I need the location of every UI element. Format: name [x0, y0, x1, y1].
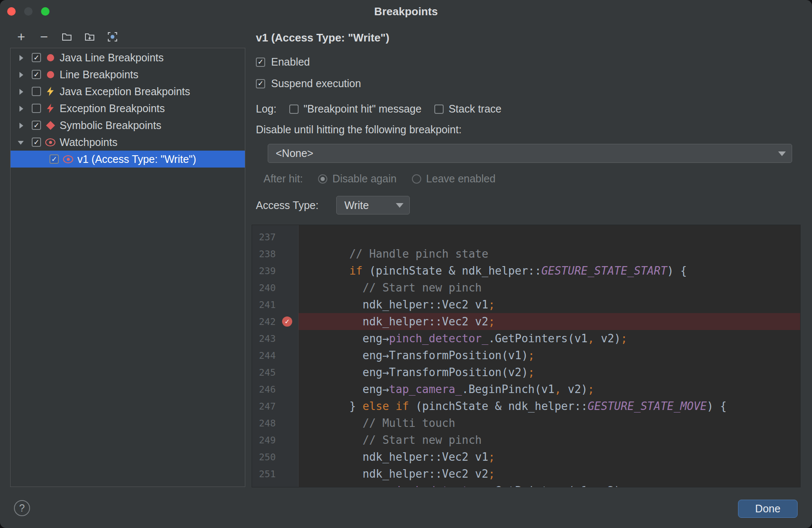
checkbox[interactable]	[32, 121, 41, 130]
line-breakpoint-icon	[45, 69, 55, 80]
chevron-right-icon[interactable]	[16, 69, 26, 80]
add-breakpoint-button[interactable]: +	[14, 30, 28, 44]
line-number: 252	[257, 486, 276, 488]
log-message-checkbox[interactable]	[289, 104, 299, 114]
disable-again-radio[interactable]	[318, 174, 327, 184]
log-stack-trace-label: Stack trace	[449, 103, 502, 115]
help-button[interactable]: ?	[14, 500, 30, 516]
disable-until-value: <None>	[276, 147, 313, 160]
suspend-checkbox[interactable]	[256, 79, 265, 88]
code-line: 244 eng→TransformPosition(v1);	[252, 347, 800, 364]
code-line: 237	[252, 228, 800, 245]
chevron-right-icon[interactable]	[16, 52, 26, 63]
chevron-right-icon[interactable]	[16, 120, 26, 130]
line-number: 238	[257, 249, 276, 259]
move-to-group-button[interactable]	[82, 30, 97, 44]
line-number: 241	[257, 300, 276, 310]
log-stack-trace-checkbox[interactable]	[434, 104, 444, 114]
breakpoints-tree: Java Line Breakpoints Line Breakpoints J…	[10, 48, 245, 487]
enabled-row: Enabled	[256, 56, 310, 68]
code-line: 251 ndk_helper::Vec2 v2;	[252, 465, 800, 482]
line-number: 239	[257, 266, 276, 276]
tree-item-java-exception-breakpoints[interactable]: Java Exception Breakpoints	[11, 83, 245, 100]
group-by-folder-button[interactable]	[60, 30, 74, 44]
tree-item-exception-breakpoints[interactable]: Exception Breakpoints	[11, 100, 245, 117]
checkbox[interactable]	[49, 154, 59, 164]
line-number: 249	[257, 435, 276, 446]
chevron-down-icon[interactable]	[16, 137, 26, 147]
log-label: Log:	[256, 103, 277, 115]
code-text: eng→TransformPosition(v1);	[299, 349, 535, 362]
code-line: 238 // Handle pinch state	[252, 245, 800, 262]
access-type-row: Access Type: Write	[256, 196, 410, 214]
verified-breakpoint-icon[interactable]: ✓	[282, 316, 292, 327]
chevron-right-icon[interactable]	[16, 103, 26, 113]
code-line: 245 eng→TransformPosition(v2);	[252, 364, 800, 381]
chevron-right-icon[interactable]	[16, 86, 26, 96]
target-breakpoint-icon	[107, 31, 118, 42]
line-number: 243	[257, 333, 276, 344]
tree-item-label: Java Line Breakpoints	[60, 52, 164, 64]
window-title: Breakpoints	[0, 5, 812, 18]
add-icon: +	[17, 30, 25, 44]
suspend-row: Suspend execution	[256, 77, 361, 90]
code-text: // Handle pinch state	[299, 248, 488, 260]
checkbox[interactable]	[32, 104, 41, 113]
checkbox[interactable]	[32, 70, 41, 79]
checkbox[interactable]	[32, 53, 41, 62]
watchpoint-eye-icon	[45, 137, 55, 147]
code-text: if (pinchState & ndk_helper::GESTURE_STA…	[299, 264, 687, 277]
breakpoints-dialog: Breakpoints + − Java Line Breakpoints	[0, 0, 812, 528]
enabled-label: Enabled	[271, 56, 310, 68]
tree-item-watchpoints[interactable]: Watchpoints	[11, 134, 245, 151]
leave-enabled-label: Leave enabled	[426, 173, 496, 185]
show-breakpoint-target-button[interactable]	[105, 30, 120, 44]
detail-title: v1 (Access Type: "Write")	[256, 31, 390, 44]
code-text: eng→pinch_detector_.GetPointers(v1, v2);	[299, 332, 627, 345]
code-line: 239 if (pinchState & ndk_helper::GESTURE…	[252, 262, 800, 279]
log-message-label: "Breakpoint hit" message	[304, 103, 422, 115]
code-line: 247 } else if (pinchState & ndk_helper::…	[252, 398, 800, 415]
code-text: // Multi touch	[299, 417, 455, 429]
tree-item-label: Line Breakpoints	[60, 69, 138, 81]
checkbox[interactable]	[32, 87, 41, 96]
disable-until-dropdown[interactable]: <None>	[268, 144, 792, 163]
code-text: ndk_helper::Vec2 v2;	[299, 315, 495, 328]
access-type-dropdown[interactable]: Write	[336, 196, 410, 214]
code-editor[interactable]: 237238 // Handle pinch state239 if (pinc…	[252, 225, 801, 487]
line-number: 247	[257, 401, 276, 412]
access-type-value: Write	[344, 199, 369, 212]
line-number: 240	[257, 283, 276, 293]
line-number: 237	[257, 232, 276, 242]
line-number: 244	[257, 350, 276, 361]
code-line: 250 ndk_helper::Vec2 v1;	[252, 448, 800, 465]
tree-item-line-breakpoints[interactable]: Line Breakpoints	[11, 66, 245, 83]
tree-item-java-line-breakpoints[interactable]: Java Line Breakpoints	[11, 49, 245, 66]
code-line: 246 eng→tap_camera_.BeginPinch(v1, v2);	[252, 381, 800, 398]
code-line: 249 // Start new pinch	[252, 432, 800, 448]
remove-breakpoint-button[interactable]: −	[37, 30, 51, 44]
code-text: ndk_helper::Vec2 v1;	[299, 298, 495, 311]
code-line: 240 // Start new pinch	[252, 279, 800, 296]
folder-move-icon	[84, 31, 95, 42]
after-hit-label: After hit:	[263, 173, 303, 185]
enabled-checkbox[interactable]	[256, 58, 265, 67]
code-text: eng→TransformPosition(v2);	[299, 366, 535, 379]
breakpoints-toolbar: + −	[14, 30, 120, 44]
tree-item-watchpoint-v1[interactable]: v1 (Access Type: "Write")	[11, 151, 245, 168]
code-line: 242✓ ndk_helper::Vec2 v2;	[252, 313, 800, 330]
tree-item-label: Java Exception Breakpoints	[60, 85, 190, 98]
symbolic-breakpoint-icon	[45, 120, 55, 130]
tree-item-label: v1 (Access Type: "Write")	[77, 153, 196, 165]
code-text: } else if (pinchState & ndk_helper::GEST…	[299, 400, 727, 412]
checkbox[interactable]	[32, 138, 41, 147]
exception-breakpoint-icon	[45, 103, 55, 113]
suspend-label: Suspend execution	[271, 77, 361, 90]
leave-enabled-radio[interactable]	[412, 174, 421, 184]
disable-until-label: Disable until hitting the following brea…	[256, 124, 461, 136]
done-button[interactable]: Done	[738, 500, 798, 518]
line-number: 251	[257, 469, 276, 479]
code-line: 252 eng→pinch_detector_.GetPointers(v1, …	[252, 482, 800, 487]
tree-item-symbolic-breakpoints[interactable]: Symbolic Breakpoints	[11, 117, 245, 134]
folder-icon	[61, 31, 72, 42]
